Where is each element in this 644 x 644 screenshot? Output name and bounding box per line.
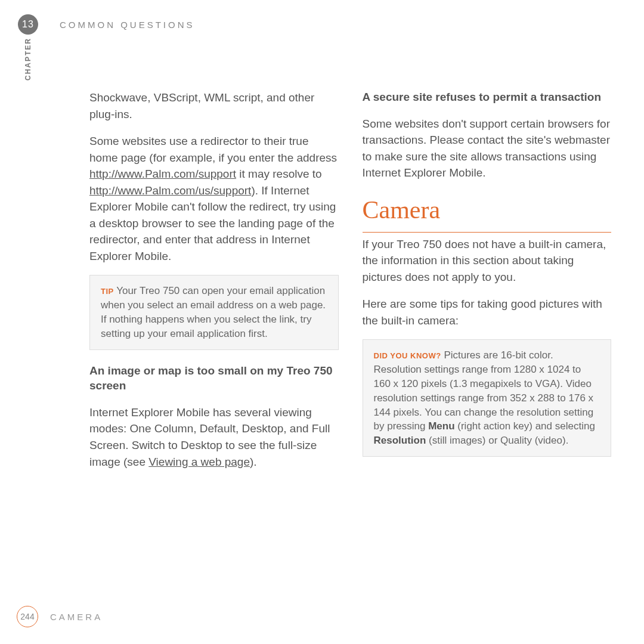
footer-section-label: CAMERA (50, 612, 103, 622)
subheading: A secure site refuses to permit a transa… (363, 89, 612, 105)
section-heading-camera: Camera (363, 192, 612, 233)
page-number-badge: 244 (17, 606, 38, 627)
body-text: Shockwave, VBScript, WML script, and oth… (89, 89, 339, 122)
body-text: If your Treo 750 does not have a built-i… (363, 236, 612, 286)
text-fragment: Some websites use a redirector to their … (89, 135, 337, 164)
tip-callout: TIP Your Treo 750 can open your email ap… (89, 275, 339, 349)
tip-label: TIP (101, 287, 114, 296)
cross-ref-link[interactable]: Viewing a web page (148, 456, 250, 468)
dyk-text: (still images) or Quality (video). (426, 435, 568, 446)
dyk-text: (right action key) and selecting (455, 420, 595, 432)
content-columns: Shockwave, VBScript, WML script, and oth… (89, 89, 611, 481)
resolution-keyword: Resolution (374, 435, 426, 446)
chapter-side-label: CHAPTER (24, 38, 32, 80)
left-column: Shockwave, VBScript, WML script, and oth… (89, 89, 339, 481)
chapter-number-badge: 13 (18, 14, 38, 35)
did-you-know-callout: DID YOU KNOW? Pictures are 16-bit color.… (363, 339, 612, 457)
text-fragment: it may resolve to (236, 168, 322, 180)
body-text: Some websites don't support certain brow… (363, 116, 612, 181)
url-link[interactable]: http://www.Palm.com/support (89, 168, 236, 180)
subheading: An image or map is too small on my Treo … (89, 363, 339, 394)
text-fragment: ). (250, 456, 257, 468)
url-link[interactable]: http://www.Palm.com/us/support (89, 184, 251, 197)
body-text: Internet Explorer Mobile has several vie… (89, 404, 339, 470)
menu-keyword: Menu (428, 420, 454, 432)
body-text: Here are some tips for taking good pictu… (363, 296, 612, 329)
did-you-know-label: DID YOU KNOW? (374, 351, 441, 360)
chapter-title: COMMON QUESTIONS (60, 20, 195, 30)
tip-text: Your Treo 750 can open your email applic… (101, 285, 326, 339)
body-text: Some websites use a redirector to their … (89, 133, 339, 264)
page-footer: 244 CAMERA (17, 606, 103, 627)
document-page: 13 COMMON QUESTIONS CHAPTER Shockwave, V… (0, 0, 644, 644)
right-column: A secure site refuses to permit a transa… (363, 89, 612, 481)
dyk-text: Pictures are 16-bit color. Resolution se… (374, 349, 594, 432)
